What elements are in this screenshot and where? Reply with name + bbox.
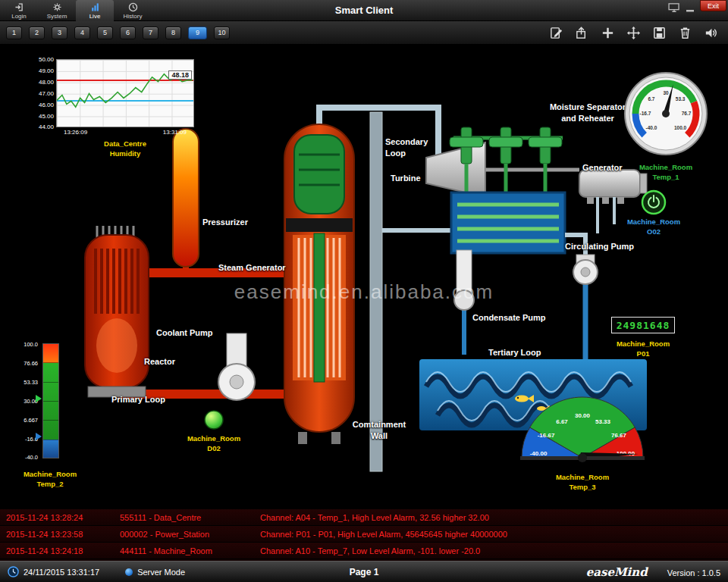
page-button-5[interactable]: 5 (97, 27, 113, 39)
generator-feet (587, 197, 624, 204)
gauge-temp3-widget: -40.00 -16.67 6.67 30.00 53.33 76.67 100… (519, 396, 646, 493)
nav-system[interactable]: System (38, 0, 76, 21)
edit-button[interactable] (548, 24, 564, 41)
alarm-row[interactable]: 2015-11-24 13:28:24 555111 - Data_Centre… (0, 509, 728, 526)
page-button-9[interactable]: 9 (188, 27, 207, 39)
nav-login-label: Login (11, 13, 27, 20)
svg-text:-40.00: -40.00 (530, 450, 548, 457)
live-chart-icon (90, 2, 100, 12)
nav-live-label: Live (89, 13, 101, 20)
circulating-pump-hub (581, 268, 590, 277)
page-button-7[interactable]: 7 (143, 27, 158, 39)
gauge-temp1-dial: -40.0 -16.7 6.7 30 53.3 76.7 100.0 (622, 70, 710, 158)
delete-button[interactable] (676, 24, 693, 41)
page-button-6[interactable]: 6 (120, 27, 136, 39)
svg-text:-16.7: -16.7 (640, 111, 651, 116)
statusbar: 24/11/2015 13:31:17 Server Mode Page 1 e… (0, 561, 728, 582)
power-icon (641, 189, 667, 215)
server-mode-icon (125, 568, 133, 576)
move-icon (626, 26, 641, 40)
bar-marker-blue (36, 433, 42, 440)
indicator-d02-label: Machine_Room D02 (182, 433, 246, 454)
page-button-1[interactable]: 1 (6, 27, 22, 39)
minimize-icon[interactable] (685, 2, 695, 16)
main-nav: Login System Live History (0, 0, 152, 21)
alarm-source: 444111 - Machine_Room (120, 546, 260, 555)
nav-login[interactable]: Login (0, 0, 38, 21)
nav-history[interactable]: History (114, 0, 152, 21)
export-icon (575, 26, 589, 40)
bar-gauge-label: Machine_Room Temp_2 (14, 469, 86, 490)
page-button-3[interactable]: 3 (52, 27, 67, 39)
page-title: Smart Client (335, 0, 394, 21)
steam-generator-dome (294, 135, 344, 214)
label-tertiary-loop: Tertiary Loop (488, 347, 541, 358)
label-circulating-pump: Circulating Pump (565, 241, 634, 252)
alarm-row[interactable]: 2015-11-24 13:24:18 444111 - Machine_Roo… (0, 543, 728, 559)
bar-tick-lines (43, 344, 58, 458)
sg-leg-right (331, 432, 340, 444)
alarm-time: 2015-11-24 13:28:24 (6, 513, 120, 522)
alarm-source: 000002 - Power_Station (120, 530, 260, 539)
reactor-core-glow (96, 318, 137, 373)
power-switch-o02-label: Machine_Room O02 (623, 217, 684, 237)
brand-logo: easeMind (586, 565, 648, 579)
watermark: easemind.en.alibaba.com (0, 280, 728, 304)
history-clock-icon (128, 2, 138, 12)
page-button-10[interactable]: 10 (214, 27, 230, 39)
condenser (451, 192, 565, 253)
gauge-temp1-label: Machine_Room Temp_1 (622, 162, 710, 183)
trend-y-axis: 50.00 49.00 48.00 47.00 46.00 45.00 44.0… (33, 59, 56, 127)
label-reactor: Reactor (144, 356, 175, 368)
alarm-time: 2015-11-24 13:24:18 (6, 546, 120, 555)
digital-display-label: Machine_Room P01 (611, 339, 675, 359)
bar-gauge-temp2: 100.0 76.66 53.33 30.00 6.667 -16.6 -40.… (18, 343, 82, 502)
cold-leg-pipe (123, 374, 305, 394)
add-button[interactable] (599, 24, 616, 41)
label-condensate-pump: Condensate Pump (472, 312, 546, 324)
page-button-4[interactable]: 4 (74, 27, 90, 39)
statusbar-datetime: 24/11/2015 13:31:17 (24, 568, 99, 577)
svg-text:76.7: 76.7 (682, 111, 692, 116)
trash-icon (678, 26, 692, 40)
steam-generator-center-tube (314, 233, 325, 382)
svg-text:100.0: 100.0 (674, 125, 687, 130)
bar-marker-green (36, 395, 42, 402)
svg-text:76.67: 76.67 (611, 432, 627, 439)
sg-leg-left (298, 432, 307, 444)
display-mode-icon[interactable] (668, 2, 680, 16)
nav-live[interactable]: Live (76, 0, 114, 21)
alarm-row[interactable]: 2015-11-24 13:23:58 000002 - Power_Stati… (0, 526, 728, 543)
svg-text:-40.0: -40.0 (645, 125, 657, 130)
page-button-8[interactable]: 8 (165, 27, 181, 39)
moisture-separators (450, 127, 562, 192)
label-pressurizer: Pressurizer (202, 217, 248, 228)
gauge-temp3-label: Machine_Room Temp_3 (519, 472, 646, 493)
svg-text:6.67: 6.67 (556, 418, 568, 425)
turbine-body (426, 142, 485, 197)
bar-gauge-column (42, 343, 59, 458)
page-button-2[interactable]: 2 (29, 27, 45, 39)
volume-button[interactable] (702, 24, 719, 41)
label-generator: Generator (582, 162, 623, 174)
nav-history-label: History (124, 13, 143, 20)
gauge-temp1-widget: -40.0 -16.7 6.7 30 53.3 76.7 100.0 Machi… (622, 70, 710, 183)
smart-client-window: Login System Live History Smart Client E… (0, 0, 728, 582)
trend-current-value: 48.18 (168, 70, 192, 80)
export-button[interactable] (573, 24, 590, 41)
svg-text:53.33: 53.33 (595, 418, 611, 425)
save-icon (652, 26, 667, 40)
server-mode-label: Server Mode (137, 568, 185, 577)
exit-button[interactable]: Exit (700, 0, 726, 11)
power-switch-o02[interactable] (641, 189, 667, 218)
plant-mimic-area: easemind.en.alibaba.com Moisture Separat… (0, 44, 728, 509)
svg-text:30: 30 (663, 90, 669, 95)
nav-system-label: System (47, 13, 67, 20)
pagebar: 1 2 3 4 5 6 7 8 9 10 (0, 21, 728, 44)
svg-text:6.7: 6.7 (648, 96, 654, 102)
alarm-message: Channel: P01 - P01, High Level Alarm, 45… (260, 530, 728, 539)
trend-title: Data_Centre Humidity (56, 139, 194, 159)
save-button[interactable] (651, 24, 667, 41)
move-button[interactable] (625, 24, 642, 41)
plus-icon (601, 26, 615, 40)
